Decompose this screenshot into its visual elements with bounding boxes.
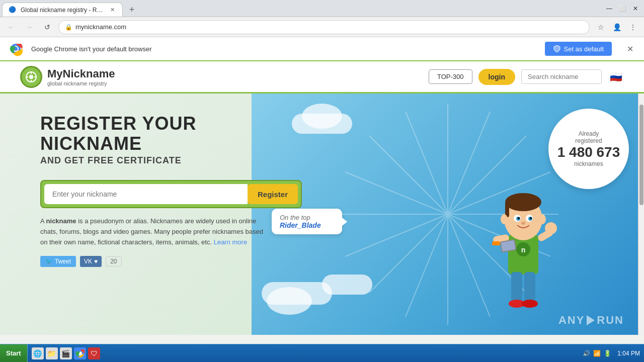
notification-text: Google Chrome isn't your default browser — [31, 45, 537, 53]
taskbar-time: 1:04 PM — [617, 350, 640, 357]
address-actions: ☆ 👤 ⋮ — [594, 20, 640, 34]
url-bar[interactable]: 🔒 mynickname.com — [58, 20, 590, 34]
taskbar-folder-icon[interactable]: 📁 — [46, 347, 58, 359]
browser-window: 🔵 Global nickname registry - Register y … — [0, 0, 644, 344]
stats-number: 1 480 673 — [557, 144, 620, 160]
tab-close-button[interactable]: ✕ — [108, 6, 116, 14]
header-nav: TOP-300 login 🇷🇺 — [429, 69, 624, 85]
shield-icon — [553, 45, 561, 53]
social-row: 🐦 Tweet VK ♥ 20 — [40, 256, 302, 267]
network-icon: 📶 — [593, 350, 601, 357]
hero-description: A nickname is a pseudonym or alias. Nick… — [40, 216, 272, 247]
character-illustration: n — [473, 154, 574, 335]
notification-close-button[interactable]: ✕ — [624, 43, 636, 55]
search-input[interactable] — [521, 69, 602, 84]
back-button[interactable]: ← — [4, 20, 18, 34]
vk-button[interactable]: VK ♥ — [80, 256, 102, 267]
svg-point-4 — [29, 75, 33, 79]
new-tab-button[interactable]: + — [125, 3, 139, 17]
notification-bar: Google Chrome isn't your default browser… — [0, 37, 644, 61]
twitter-icon: 🐦 — [45, 258, 53, 265]
scrollbar-thumb[interactable] — [639, 105, 643, 205]
taskbar-ie-icon[interactable]: 🌐 — [32, 347, 44, 359]
url-text: mynickname.com — [75, 23, 126, 31]
stats-label-bot: nicknames — [574, 160, 603, 167]
tab-favicon: 🔵 — [9, 6, 17, 14]
hero-left: REGISTER YOUR NICKNAME AND GET FREE CERT… — [40, 114, 302, 267]
cloud-5 — [322, 275, 372, 295]
stats-label-mid: registered — [575, 137, 602, 144]
scrollbar[interactable] — [638, 94, 644, 335]
taskbar-media-icon[interactable]: 🎬 — [60, 347, 72, 359]
power-icon: 🔋 — [604, 350, 611, 357]
svg-rect-32 — [524, 272, 535, 302]
reload-button[interactable]: ↺ — [40, 20, 54, 34]
language-flag[interactable]: 🇷🇺 — [608, 69, 624, 85]
logo-text: MyNickname global nickname registry — [47, 67, 115, 86]
tab-bar: 🔵 Global nickname registry - Register y … — [0, 3, 601, 17]
login-button[interactable]: login — [478, 69, 515, 85]
stats-bubble: Already registered 1 480 673 nicknames — [548, 109, 629, 189]
account-button[interactable]: 👤 — [610, 20, 624, 34]
set-default-button[interactable]: Set as default — [545, 42, 612, 56]
logo-container: MyNickname global nickname registry — [20, 66, 115, 88]
window-controls: — ⬜ ✕ — [601, 2, 644, 15]
site-name: MyNickname — [47, 67, 115, 80]
svg-point-23 — [521, 222, 525, 225]
svg-point-15 — [505, 193, 541, 211]
register-button[interactable]: Register — [248, 184, 298, 204]
hero-illustration: n — [252, 94, 644, 335]
svg-rect-31 — [511, 272, 522, 302]
hero-section: REGISTER YOUR NICKNAME AND GET FREE CERT… — [0, 94, 644, 335]
svg-text:n: n — [521, 246, 526, 254]
taskbar-icons: 🌐 📁 🎬 🛡 — [28, 347, 104, 359]
active-tab[interactable]: 🔵 Global nickname registry - Register y … — [2, 3, 123, 17]
tweet-button[interactable]: 🐦 Tweet — [40, 256, 76, 267]
forward-button[interactable]: → — [22, 20, 36, 34]
hero-title: REGISTER YOUR NICKNAME — [40, 114, 302, 153]
minimize-button[interactable]: — — [603, 2, 616, 15]
title-bar: 🔵 Global nickname registry - Register y … — [0, 0, 644, 17]
svg-point-22 — [530, 217, 532, 219]
anyrun-arrow-icon — [587, 315, 595, 325]
svg-point-24 — [501, 214, 508, 224]
anyrun-watermark: ANY RUN — [558, 314, 624, 327]
svg-point-30 — [545, 222, 557, 234]
register-form: Register — [40, 180, 302, 208]
address-bar: ← → ↺ 🔒 mynickname.com ☆ 👤 ⋮ — [0, 17, 644, 37]
learn-more-link[interactable]: Learn more — [214, 238, 247, 246]
heart-icon: ♥ — [94, 258, 98, 265]
svg-point-25 — [539, 214, 546, 224]
site-tagline: global nickname registry — [47, 80, 115, 86]
stats-label-top: Already — [579, 130, 599, 137]
cloud-2 — [302, 104, 342, 129]
tab-title: Global nickname registry - Register y — [21, 7, 104, 14]
page-content: MyNickname global nickname registry TOP-… — [0, 61, 644, 344]
bookmark-button[interactable]: ☆ — [594, 20, 608, 34]
taskbar-chrome-icon[interactable] — [74, 347, 86, 359]
nickname-input[interactable] — [44, 184, 248, 204]
maximize-button[interactable]: ⬜ — [616, 2, 629, 15]
lock-icon: 🔒 — [65, 24, 72, 31]
like-count: 20 — [106, 256, 121, 266]
svg-rect-35 — [492, 241, 500, 245]
hero-subtitle: AND GET FREE CERTIFICATE — [40, 155, 302, 166]
taskbar: Start 🌐 📁 🎬 🛡 🔊 📶 🔋 1:04 PM — [0, 344, 644, 362]
start-button[interactable]: Start — [0, 344, 28, 362]
volume-icon: 🔊 — [583, 350, 590, 357]
system-tray: 🔊 📶 🔋 — [583, 350, 611, 357]
logo-icon — [20, 66, 42, 88]
chrome-logo-icon — [8, 41, 23, 56]
close-button[interactable]: ✕ — [629, 2, 642, 15]
menu-button[interactable]: ⋮ — [626, 20, 640, 34]
svg-point-34 — [522, 300, 538, 308]
top300-button[interactable]: TOP-300 — [429, 69, 472, 84]
cloud-4 — [267, 287, 312, 315]
target-icon — [25, 71, 37, 83]
site-header: MyNickname global nickname registry TOP-… — [0, 61, 644, 94]
taskbar-right: 🔊 📶 🔋 1:04 PM — [579, 350, 644, 357]
taskbar-shield-icon[interactable]: 🛡 — [88, 347, 100, 359]
svg-point-21 — [518, 217, 520, 219]
